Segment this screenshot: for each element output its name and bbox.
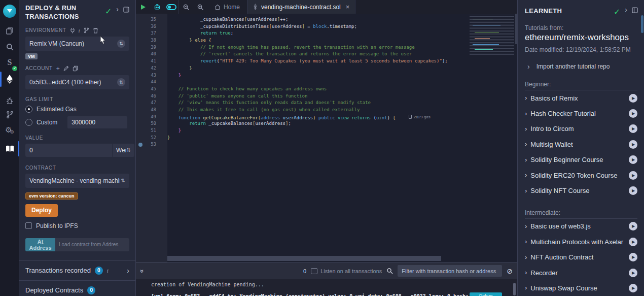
line-number[interactable]: 50: [136, 120, 167, 127]
listen-all-transactions-option[interactable]: Listen on all transactions: [311, 268, 382, 274]
tutorial-item-label[interactable]: NFT Auction Contract: [530, 253, 593, 261]
code-line[interactable]: 46 // 'public' means anyone can call thi…: [136, 93, 517, 100]
line-number[interactable]: 42: [136, 65, 167, 72]
code-line[interactable]: 47 // 'view' means this function only re…: [136, 100, 517, 107]
chevron-right-icon[interactable]: ›: [525, 126, 527, 131]
chevron-right-icon[interactable]: ›: [525, 239, 527, 244]
debug-button[interactable]: Debug: [470, 292, 502, 296]
code-line[interactable]: 45 // Function to check how many cupcake…: [136, 86, 517, 93]
start-tutorial-play-button[interactable]: ▶: [629, 109, 637, 118]
plus-icon[interactable]: +: [56, 65, 60, 72]
line-number[interactable]: 45: [136, 86, 167, 93]
remix-logo-icon[interactable]: [0, 3, 19, 19]
tutorial-item[interactable]: ›Basics of Remix▶: [525, 90, 637, 106]
import-tutorial-repo[interactable]: › Import another tutorial repo: [525, 63, 637, 70]
info-icon[interactable]: i: [79, 27, 81, 34]
chevron-right-icon[interactable]: ›: [525, 111, 527, 116]
custom-gas-option[interactable]: Custom: [25, 116, 129, 128]
start-tutorial-play-button[interactable]: ▶: [629, 94, 637, 103]
tutorial-item-label[interactable]: Solidity NFT Course: [530, 187, 589, 194]
solidity-compiler-icon[interactable]: S ✓: [0, 55, 19, 70]
at-address-button[interactable]: At Address: [25, 238, 55, 251]
chevron-right-icon[interactable]: ›: [525, 157, 527, 162]
tutorial-item[interactable]: ›Multichain Protocols with Axelar▶: [525, 234, 637, 249]
line-number[interactable]: 52: [136, 135, 167, 142]
start-tutorial-play-button[interactable]: ▶: [629, 238, 637, 246]
start-tutorial-play-button[interactable]: ▶: [629, 222, 637, 231]
tutorial-item-label[interactable]: Basics of Remix: [530, 94, 578, 102]
line-number[interactable]: 37: [136, 30, 167, 37]
code-line[interactable]: 36 _cupcakeDistributionTimes[userAddress…: [136, 23, 517, 30]
fork-icon[interactable]: [84, 27, 89, 34]
terminal-filter-input[interactable]: [398, 265, 502, 277]
chevron-right-icon[interactable]: ›: [525, 188, 527, 193]
line-number[interactable]: 39: [136, 44, 167, 51]
git-icon[interactable]: [0, 107, 19, 122]
start-tutorial-play-button[interactable]: ▶: [629, 253, 637, 261]
contract-select[interactable]: VendingMachine - vending-machin ⇅: [25, 174, 129, 188]
line-number[interactable]: 41: [136, 58, 167, 65]
code-line[interactable]: 42 }: [136, 65, 517, 72]
pin-panel-icon[interactable]: [123, 7, 129, 13]
tutorial-item-label[interactable]: Multisig Wallet: [530, 141, 573, 148]
deploy-button[interactable]: Deploy: [25, 204, 58, 217]
line-number[interactable]: 35: [136, 16, 167, 23]
pin-panel-icon[interactable]: [632, 7, 638, 13]
settings-gear-icon[interactable]: ⚙⚙: [0, 122, 19, 138]
code-line[interactable]: 53: [136, 141, 517, 148]
plug-icon[interactable]: [70, 27, 75, 34]
line-number[interactable]: 48: [136, 107, 167, 114]
close-icon[interactable]: ×: [346, 3, 350, 11]
line-number[interactable]: 51: [136, 127, 167, 135]
at-address-input[interactable]: [55, 238, 129, 251]
line-number[interactable]: 36: [136, 23, 167, 30]
code-line[interactable]: 39 // If not enough time has passed, rev…: [136, 44, 517, 51]
code-line[interactable]: 44: [136, 79, 517, 86]
ipfs-checkbox[interactable]: [25, 222, 32, 229]
tutorial-item-label[interactable]: Solidity ERC20 Token Course: [530, 172, 617, 179]
tutorial-item-label[interactable]: Intro to Circom: [530, 125, 574, 133]
chevron-right-icon[interactable]: ›: [525, 255, 527, 260]
collapse-terminal-icon[interactable]: »: [138, 269, 146, 273]
debugger-icon[interactable]: [0, 93, 19, 109]
line-number[interactable]: 53: [136, 141, 167, 148]
trash-icon[interactable]: [93, 27, 98, 34]
tab-vending-machine-contract[interactable]: vending-machine-contract.sol ×: [247, 0, 355, 14]
line-number[interactable]: 47: [136, 100, 167, 107]
code-line[interactable]: 38 } else {: [136, 37, 517, 44]
custom-gas-input[interactable]: [67, 116, 127, 128]
tab-home[interactable]: Home: [207, 0, 247, 14]
code-line[interactable]: 43 }: [136, 72, 517, 79]
environment-select[interactable]: Remix VM (Cancun) ⇅: [25, 37, 129, 51]
chevron-right-icon[interactable]: ›: [525, 173, 527, 178]
chevron-right-icon[interactable]: ›: [525, 270, 527, 275]
estimated-gas-option[interactable]: Estimated Gas: [25, 106, 129, 113]
tutorial-item-label[interactable]: Solidity Beginner Course: [530, 156, 603, 163]
start-tutorial-play-button[interactable]: ▶: [629, 186, 637, 195]
learneth-book-icon[interactable]: [0, 141, 19, 156]
tutorial-item-label[interactable]: Hash Checker Tutorial: [530, 110, 596, 117]
chevron-right-icon[interactable]: ›: [127, 267, 129, 275]
tutorial-item[interactable]: ›NFT Auction Contract▶: [525, 250, 637, 265]
listen-checkbox[interactable]: [311, 268, 317, 274]
line-number[interactable]: 43: [136, 72, 167, 79]
start-tutorial-play-button[interactable]: ▶: [629, 171, 637, 180]
zoom-in-icon[interactable]: [193, 0, 207, 14]
line-number[interactable]: 49: [136, 114, 167, 121]
start-tutorial-play-button[interactable]: ▶: [629, 284, 637, 292]
publish-ipfs-option[interactable]: Publish to IPFS: [25, 222, 129, 229]
tutorial-item[interactable]: ›Basic use of web3.js▶: [525, 219, 637, 234]
line-number[interactable]: 38: [136, 37, 167, 44]
code-line[interactable]: 48 // This makes it free to call (no gas…: [136, 107, 517, 114]
transactions-recorded-row[interactable]: Transactions recorded 0 i ›: [19, 260, 135, 280]
radio-icon[interactable]: [25, 119, 32, 126]
value-unit-select[interactable]: Wei ⇅: [112, 144, 134, 157]
code-line[interactable]: 40 // 'revert' cancels the transaction a…: [136, 51, 517, 58]
line-number[interactable]: 46: [136, 93, 167, 100]
code-line[interactable]: 52}: [136, 135, 517, 142]
zoom-out-icon[interactable]: [179, 0, 193, 14]
tutorial-item-label[interactable]: Multichain Protocols with Axelar: [530, 238, 623, 246]
account-select[interactable]: 0x5B3...eddC4 (100 ether) ⇅: [25, 75, 129, 89]
chevron-right-icon[interactable]: ›: [525, 224, 527, 229]
tutorial-item[interactable]: ›Recorder▶: [525, 265, 637, 280]
